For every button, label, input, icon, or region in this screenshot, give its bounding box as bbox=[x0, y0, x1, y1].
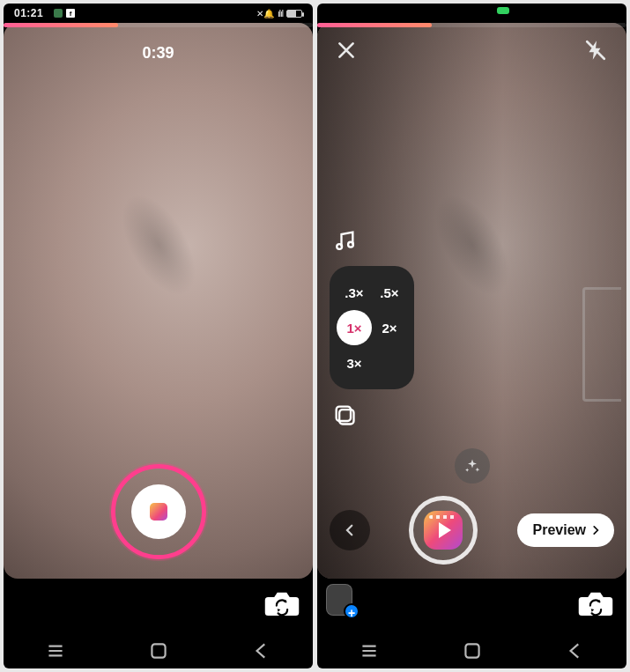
svg-point-1 bbox=[337, 244, 342, 249]
capture-button[interactable] bbox=[409, 496, 478, 565]
chevron-right-icon bbox=[589, 524, 602, 536]
facebook-icon: f bbox=[66, 9, 75, 18]
close-button[interactable] bbox=[331, 35, 361, 65]
flash-toggle[interactable] bbox=[581, 35, 611, 65]
speed-1x[interactable]: 1× bbox=[337, 310, 372, 345]
svg-rect-0 bbox=[152, 644, 165, 657]
nav-back[interactable] bbox=[549, 639, 602, 662]
record-inner bbox=[131, 484, 186, 539]
bottom-strip: + bbox=[317, 579, 626, 633]
record-progress bbox=[317, 23, 626, 27]
nav-home[interactable] bbox=[446, 639, 499, 662]
status-indicator bbox=[54, 9, 63, 18]
music-icon bbox=[332, 228, 357, 253]
status-right: ✕🔔 ılıl bbox=[256, 9, 302, 18]
wall-frame bbox=[582, 287, 621, 402]
camera-viewport: 0:39 bbox=[4, 23, 313, 579]
reels-icon bbox=[424, 511, 463, 550]
mute-icon: ✕🔔 bbox=[256, 9, 274, 18]
camera-viewport: .3× .5× 1× 2× 3× bbox=[317, 23, 626, 579]
clock: 01:21 bbox=[14, 7, 43, 19]
phone-recording: 01:21 f ✕🔔 ılıl 0:39 bbox=[4, 4, 313, 668]
speed-2x[interactable]: 2× bbox=[372, 310, 407, 345]
nav-home[interactable] bbox=[132, 639, 185, 662]
speed-0-3x[interactable]: .3× bbox=[337, 275, 372, 310]
preview-button[interactable]: Preview bbox=[517, 513, 614, 547]
speed-3x[interactable]: 3× bbox=[337, 345, 372, 380]
flash-off-icon bbox=[584, 39, 607, 62]
bottom-strip bbox=[4, 579, 313, 633]
effects-button[interactable] bbox=[455, 448, 490, 484]
plus-icon: + bbox=[344, 603, 359, 619]
svg-point-2 bbox=[348, 242, 353, 247]
flip-camera-icon bbox=[263, 587, 300, 619]
speed-popover: .3× .5× 1× 2× 3× bbox=[330, 266, 414, 389]
chevron-left-icon bbox=[342, 522, 358, 538]
record-progress-fill bbox=[4, 23, 118, 27]
camera-active-indicator bbox=[497, 7, 509, 14]
layout-icon bbox=[332, 402, 357, 427]
signal-icon: ılıl bbox=[278, 9, 283, 18]
flip-camera-button[interactable] bbox=[577, 587, 614, 619]
nav-back[interactable] bbox=[235, 639, 288, 662]
layout-button[interactable] bbox=[330, 400, 359, 430]
preview-label: Preview bbox=[533, 522, 586, 538]
status-bar: 01:21 f ✕🔔 ılıl bbox=[4, 4, 313, 23]
svg-rect-5 bbox=[465, 644, 478, 657]
record-progress-fill bbox=[317, 23, 432, 27]
nav-recents[interactable] bbox=[343, 639, 396, 662]
record-timer: 0:39 bbox=[142, 44, 174, 63]
android-nav-bar bbox=[317, 633, 626, 668]
side-toolbar: .3× .5× 1× 2× 3× bbox=[330, 225, 414, 430]
add-clip-button[interactable]: + bbox=[326, 584, 361, 619]
sparkle-icon bbox=[463, 457, 481, 475]
battery-icon bbox=[286, 10, 302, 18]
flip-camera-button[interactable] bbox=[263, 587, 300, 619]
speed-0-5x[interactable]: .5× bbox=[372, 275, 407, 310]
close-icon bbox=[335, 39, 358, 62]
undo-button[interactable] bbox=[330, 510, 370, 550]
flip-camera-icon bbox=[577, 587, 614, 619]
record-progress bbox=[4, 23, 313, 27]
phone-editor: .3× .5× 1× 2× 3× bbox=[317, 4, 626, 668]
audio-button[interactable] bbox=[330, 225, 359, 255]
status-bar bbox=[317, 4, 626, 23]
android-nav-bar bbox=[4, 633, 313, 668]
bottom-row: Preview bbox=[317, 496, 626, 565]
record-button[interactable] bbox=[111, 464, 206, 559]
nav-recents[interactable] bbox=[29, 639, 82, 662]
stop-icon bbox=[150, 503, 167, 521]
